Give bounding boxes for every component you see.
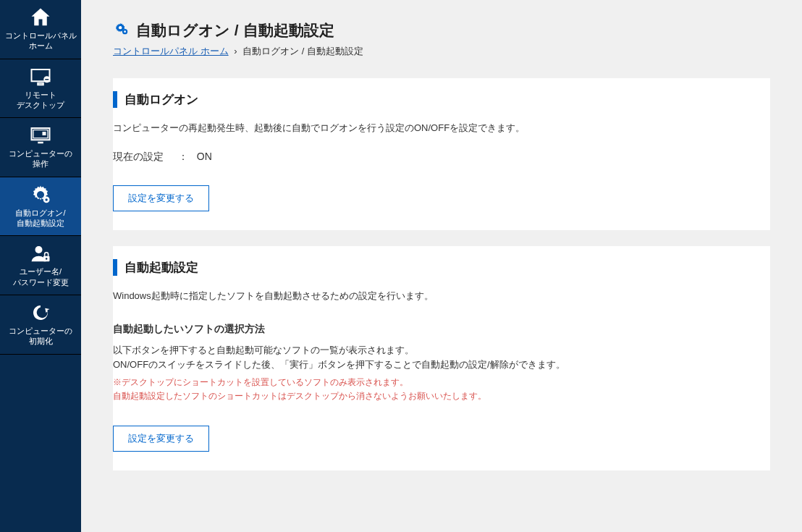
svg-rect-1 xyxy=(45,79,48,80)
user-lock-icon xyxy=(29,242,52,265)
breadcrumb: コントロールパネル ホーム › 自動ログオン / 自動起動設定 xyxy=(113,45,770,58)
change-settings-button-logon[interactable]: 設定を変更する xyxy=(113,185,209,211)
home-icon xyxy=(29,6,52,29)
sidebar-item-label: 自動ログオン/ 自動起動設定 xyxy=(15,208,65,229)
section-heading: 自動起動設定 xyxy=(113,259,770,276)
current-state-row: 現在の設定 ： ON xyxy=(113,151,770,164)
section2-desc: Windows起動時に指定したソフトを自動起動させるための設定を行います。 xyxy=(113,289,770,304)
svg-rect-5 xyxy=(38,142,43,144)
sidebar-item-user-pass[interactable]: ユーザー名/ パスワード変更 xyxy=(0,236,81,295)
svg-rect-4 xyxy=(43,132,46,135)
state-colon: ： xyxy=(178,151,188,162)
sidebar-item-label: コンピューターの 初期化 xyxy=(9,326,72,347)
screen-icon xyxy=(29,124,52,147)
note-line2: 自動起動設定したソフトのショートカットはデスクトップから消さないようお願いいたし… xyxy=(113,391,486,401)
section2-subheading: 自動起動したいソフトの選択方法 xyxy=(113,323,770,336)
section-auto-logon: 自動ログオン コンピューターの再起動発生時、起動後に自動でログオンを行う設定のO… xyxy=(113,78,770,230)
section-heading: 自動ログオン xyxy=(113,91,770,108)
sidebar-item-remote-desktop[interactable]: リモート デスクトップ xyxy=(0,59,81,119)
sidebar-item-label: コンピューターの 操作 xyxy=(9,148,72,169)
svg-point-8 xyxy=(45,198,48,201)
svg-point-9 xyxy=(35,246,43,253)
sidebar-item-home[interactable]: コントロールパネル ホーム xyxy=(0,0,81,59)
state-label: 現在の設定 xyxy=(113,151,164,162)
desc2-line2: ON/OFFのスイッチをスライドした後、「実行」ボタンを押下することで自動起動の… xyxy=(113,359,565,370)
change-settings-button-autostart[interactable]: 設定を変更する xyxy=(113,426,209,452)
svg-point-12 xyxy=(119,26,122,29)
sidebar-item-computer-ops[interactable]: コンピューターの 操作 xyxy=(0,118,81,177)
section2-note: ※デスクトップにショートカットを設置しているソフトのみ表示されます。 自動起動設… xyxy=(113,376,770,403)
monitor-icon xyxy=(29,65,52,88)
breadcrumb-root-link[interactable]: コントロールパネル ホーム xyxy=(113,46,229,56)
main: 自動ログオン / 自動起動設定 コントロールパネル ホーム › 自動ログオン /… xyxy=(81,0,802,532)
sidebar-item-auto-logon[interactable]: 自動ログオン/ 自動起動設定 xyxy=(0,177,81,237)
svg-point-11 xyxy=(46,258,48,261)
state-value: ON xyxy=(197,151,212,162)
page-title-row: 自動ログオン / 自動起動設定 xyxy=(113,20,770,41)
breadcrumb-current: 自動ログオン / 自動起動設定 xyxy=(242,46,363,56)
page-title: 自動ログオン / 自動起動設定 xyxy=(136,20,334,41)
breadcrumb-sep: › xyxy=(234,46,237,56)
section1-desc: コンピューターの再起動発生時、起動後に自動でログオンを行う設定のON/OFFを設… xyxy=(113,121,770,136)
refresh-icon xyxy=(29,301,52,324)
sidebar-item-reset[interactable]: コンピューターの 初期化 xyxy=(0,295,81,355)
gear-icon xyxy=(113,21,130,40)
sidebar-item-label: リモート デスクトップ xyxy=(17,90,64,111)
gear-icon xyxy=(29,183,52,206)
sidebar-item-label: ユーザー名/ パスワード変更 xyxy=(13,266,69,287)
section2-desc2: 以下ボタンを押下すると自動起動可能なソフトの一覧が表示されます。 ON/OFFの… xyxy=(113,343,770,373)
svg-point-6 xyxy=(38,192,43,198)
desc2-line1: 以下ボタンを押下すると自動起動可能なソフトの一覧が表示されます。 xyxy=(113,345,414,355)
section-auto-start: 自動起動設定 Windows起動時に指定したソフトを自動起動させるための設定を行… xyxy=(113,246,770,470)
svg-point-14 xyxy=(124,30,126,33)
note-line1: ※デスクトップにショートカットを設置しているソフトのみ表示されます。 xyxy=(113,377,408,387)
sidebar-item-label: コントロールパネル ホーム xyxy=(5,30,77,51)
sidebar: コントロールパネル ホーム リモート デスクトップ コンピューターの 操作 自動… xyxy=(0,0,81,532)
